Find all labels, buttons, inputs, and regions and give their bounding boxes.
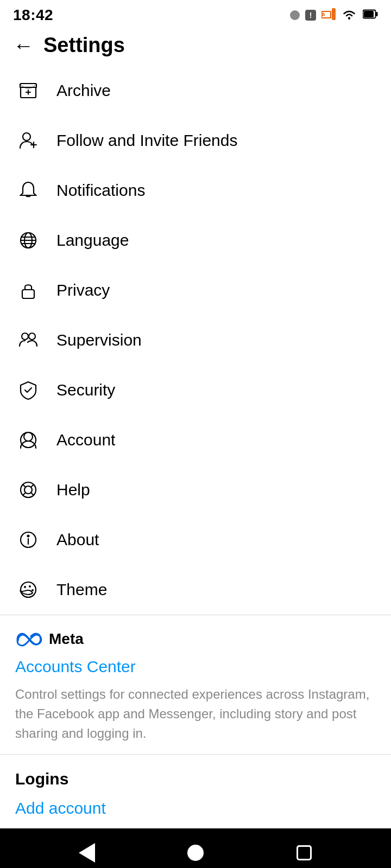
menu-label-supervision: Supervision [56, 331, 142, 349]
shield-icon [15, 377, 41, 403]
menu-label-security: Security [56, 381, 115, 399]
person-icon [15, 427, 41, 453]
recents-square-icon [297, 845, 312, 860]
svg-point-29 [31, 589, 34, 591]
status-bar: 18:42 ! [0, 0, 391, 28]
cast-icon [321, 8, 336, 22]
svg-rect-0 [321, 11, 331, 18]
nav-home-button[interactable] [182, 839, 209, 866]
menu-item-supervision[interactable]: Supervision [0, 315, 391, 365]
menu-item-archive[interactable]: Archive [0, 66, 391, 116]
menu-item-account[interactable]: Account [0, 415, 391, 465]
menu-label-language: Language [56, 231, 129, 250]
svg-rect-12 [22, 290, 34, 298]
back-triangle-icon [79, 843, 95, 863]
svg-point-13 [22, 333, 28, 340]
svg-point-25 [28, 535, 29, 537]
menu-item-about[interactable]: About [0, 515, 391, 565]
accounts-center-link[interactable]: Accounts Center [15, 658, 376, 676]
settings-header: ← Settings [0, 28, 391, 66]
svg-point-6 [23, 133, 30, 141]
svg-point-15 [24, 432, 33, 441]
archive-icon [15, 78, 41, 104]
lock-icon [15, 277, 41, 303]
supervision-icon [15, 327, 41, 353]
status-dot-icon [290, 10, 300, 20]
info-icon [15, 527, 41, 553]
svg-point-27 [24, 586, 26, 588]
nav-recents-button[interactable] [291, 839, 318, 866]
menu-item-privacy[interactable]: Privacy [0, 265, 391, 315]
menu-label-about: About [56, 531, 99, 549]
svg-line-20 [31, 485, 34, 488]
add-account-button[interactable]: Add account [15, 799, 376, 818]
menu-label-notifications: Notifications [56, 181, 145, 200]
accounts-center-description: Control settings for connected experienc… [15, 685, 376, 743]
palette-icon [15, 577, 41, 603]
menu-item-language[interactable]: Language [0, 215, 391, 265]
menu-item-follow-invite[interactable]: Follow and Invite Friends [0, 116, 391, 165]
svg-point-2 [348, 17, 350, 20]
svg-rect-4 [376, 12, 378, 16]
status-time: 18:42 [13, 7, 53, 24]
menu-label-account: Account [56, 431, 115, 449]
svg-rect-5 [364, 11, 374, 17]
meta-logo-icon [15, 631, 43, 647]
menu-label-archive: Archive [56, 81, 111, 100]
bell-icon [15, 177, 41, 203]
svg-line-22 [31, 493, 34, 495]
svg-point-14 [29, 333, 35, 340]
home-circle-icon [187, 845, 204, 861]
meta-logo-text: Meta [49, 630, 84, 648]
svg-rect-1 [332, 8, 336, 20]
menu-item-theme[interactable]: Theme [0, 565, 391, 615]
menu-label-theme: Theme [56, 580, 107, 599]
bottom-navigation [0, 828, 391, 868]
meta-section: Meta Accounts Center Control settings fo… [0, 615, 391, 754]
nav-back-button[interactable] [73, 839, 100, 866]
status-icons: ! [290, 8, 378, 22]
battery-icon [363, 9, 378, 21]
svg-line-19 [23, 485, 26, 488]
wifi-icon [341, 8, 357, 22]
svg-line-21 [23, 493, 26, 495]
menu-item-notifications[interactable]: Notifications [0, 165, 391, 215]
logins-section: Logins Add account [0, 754, 391, 828]
logins-title: Logins [15, 770, 376, 788]
status-alert-icon: ! [305, 10, 316, 21]
menu-item-help[interactable]: Help [0, 465, 391, 515]
menu-label-privacy: Privacy [56, 281, 110, 299]
meta-logo: Meta [15, 630, 376, 648]
back-button[interactable]: ← [13, 35, 34, 56]
globe-icon [15, 227, 41, 253]
menu-label-help: Help [56, 481, 90, 499]
lifebuoy-icon [15, 477, 41, 503]
menu-item-security[interactable]: Security [0, 365, 391, 415]
page-title: Settings [43, 34, 125, 57]
svg-point-16 [21, 432, 36, 448]
follow-icon [15, 127, 41, 154]
menu-label-follow-invite: Follow and Invite Friends [56, 131, 238, 150]
settings-menu: Archive Follow and Invite Friends Notifi… [0, 66, 391, 615]
svg-point-28 [29, 585, 31, 588]
